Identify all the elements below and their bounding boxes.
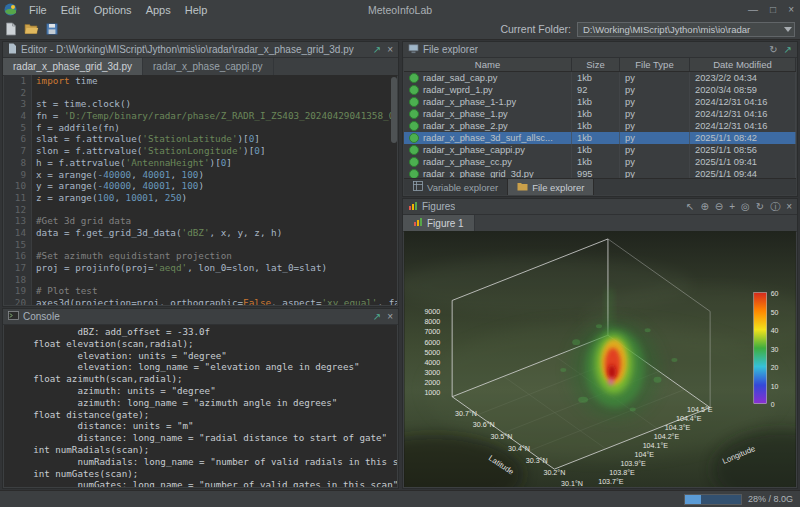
- code-line[interactable]: 16#Set azimuth equidistant projection: [4, 250, 397, 262]
- figures-title: Figures: [422, 201, 455, 212]
- table-row[interactable]: radar_x_phase_2.py1kbpy2024/12/31 04:16: [404, 120, 796, 132]
- code-line[interactable]: 15: [4, 239, 397, 251]
- editor-tab[interactable]: radar_x_phase_cappi.py: [143, 58, 274, 75]
- code-line[interactable]: 17proj = projinfo(proj='aeqd', lon_0=slo…: [4, 262, 397, 274]
- table-row[interactable]: radar_x_phase_3d_surf_allsc...1kbpy2025/…: [404, 132, 796, 144]
- code-line[interactable]: 5f = addfile(fn): [4, 122, 397, 134]
- chevron-down-icon[interactable]: [784, 27, 792, 32]
- code-line[interactable]: 1import time: [4, 75, 397, 87]
- svg-text:104°E: 104°E: [635, 451, 655, 459]
- file-date: 2025/1/1 08:42: [690, 132, 796, 144]
- file-explorer-title: File explorer: [423, 44, 478, 55]
- file-type: py: [620, 132, 690, 144]
- code-line[interactable]: 2: [4, 87, 397, 99]
- file-type: py: [620, 144, 690, 156]
- svg-text:10: 10: [771, 383, 779, 390]
- file-date: 2025/1/1 09:41: [690, 156, 796, 168]
- svg-text:104.4°E: 104.4°E: [676, 415, 702, 423]
- code-line[interactable]: 9x = arange(-40000, 40001, 100): [4, 169, 397, 181]
- code-area[interactable]: 1import time23st = time.clock()4fn = 'D:…: [4, 75, 397, 305]
- code-line[interactable]: 19# Plot test: [4, 285, 397, 297]
- console-line: distance: long_name = "radial distance t…: [11, 432, 397, 444]
- editor-tab[interactable]: radar_x_phase_grid_3d.py: [3, 58, 143, 75]
- code-line[interactable]: 20axes3d(projection=proj, orthographic=F…: [4, 297, 397, 305]
- table-row[interactable]: radar_x_phase_grid_3d.py995py2025/1/1 09…: [404, 168, 796, 178]
- figures-header: Figures ↖⊕⊖+◎↻ⓘ×: [403, 199, 797, 215]
- current-folder-combobox[interactable]: D:\Working\MIScript\Jython\mis\io\radar: [577, 22, 795, 37]
- code-line[interactable]: 3st = time.clock(): [4, 98, 397, 110]
- file-size: 1kb: [572, 120, 620, 132]
- tab-variable-explorer[interactable]: Variable explorer: [404, 179, 508, 195]
- code-line[interactable]: 4fn = 'D:/Temp/binary/radar/phase/Z_RADR…: [4, 110, 397, 122]
- minimize-icon[interactable]: —: [748, 5, 758, 15]
- figure-tab[interactable]: Figure 1: [403, 215, 475, 231]
- py-file-icon: [409, 97, 419, 107]
- full-extent-icon[interactable]: ◎: [741, 202, 750, 212]
- menu-file[interactable]: File: [22, 4, 54, 16]
- code-line[interactable]: 14data = f.get_grid_3d_data('dBZ', x, y,…: [4, 227, 397, 239]
- file-date: 2024/12/31 04:16: [690, 120, 796, 132]
- file-size: 995: [572, 168, 620, 178]
- file-date: 2023/2/2 04:34: [690, 72, 796, 84]
- table-row[interactable]: radar_wprd_1.py92py2020/3/4 08:59: [404, 84, 796, 96]
- menu-help[interactable]: Help: [178, 4, 215, 16]
- radar-3d-plot[interactable]: 6050403020100 90008000700060005000400030…: [404, 231, 796, 487]
- file-table-header[interactable]: NameSizeFile TypeDate Modified: [404, 58, 796, 72]
- memory-indicator[interactable]: [684, 494, 742, 505]
- table-row[interactable]: radar_x_phase_cappi.py1kbpy2025/1/1 08:5…: [404, 144, 796, 156]
- float-icon[interactable]: ↗: [373, 45, 381, 55]
- file-explorer-panel: File explorer ↻↗ NameSizeFile TypeDate M…: [402, 41, 798, 197]
- code-line[interactable]: 6slat = f.attrvalue('StationLatitude')[0…: [4, 133, 397, 145]
- pan-icon[interactable]: +: [729, 202, 735, 212]
- column-header-file-type[interactable]: File Type: [620, 58, 690, 71]
- pointer-icon[interactable]: ↖: [686, 202, 694, 212]
- figure-canvas[interactable]: 6050403020100 90008000700060005000400030…: [404, 231, 796, 487]
- zoom-out-icon[interactable]: ⊖: [715, 202, 723, 212]
- close-icon[interactable]: ×: [786, 202, 792, 212]
- chart-icon: [413, 218, 423, 229]
- close-icon[interactable]: ×: [387, 312, 393, 322]
- menu-options[interactable]: Options: [87, 4, 139, 16]
- menu-edit[interactable]: Edit: [54, 4, 87, 16]
- file-name: radar_x_phase_1.py: [423, 109, 508, 119]
- file-date: 2024/12/31 04:16: [690, 96, 796, 108]
- float-icon[interactable]: ↗: [784, 45, 792, 55]
- zoom-in-icon[interactable]: ⊕: [700, 202, 708, 212]
- py-file-icon: [409, 109, 419, 119]
- close-icon[interactable]: ×: [387, 45, 393, 55]
- svg-text:3000: 3000: [424, 369, 440, 377]
- rotate-icon[interactable]: ↻: [756, 202, 764, 212]
- table-row[interactable]: radar_x_phase_cc.py1kbpy2025/1/1 09:41: [404, 156, 796, 168]
- close-icon[interactable]: ×: [788, 5, 794, 15]
- tab-file-explorer[interactable]: File explorer: [508, 179, 594, 195]
- code-line[interactable]: 8h = f.attrvalue('AntennaHeight')[0]: [4, 157, 397, 169]
- file-size: 1kb: [572, 108, 620, 120]
- app-title: MeteoInfoLab: [368, 4, 432, 16]
- table-row[interactable]: radar_x_phase_1-1.py1kbpy2024/12/31 04:1…: [404, 96, 796, 108]
- column-header-date-modified[interactable]: Date Modified: [690, 58, 796, 71]
- table-row[interactable]: radar_x_phase_1.py1kbpy2024/12/31 04:16: [404, 108, 796, 120]
- console-line: distance: units = "m": [11, 420, 397, 432]
- file-size: 1kb: [572, 144, 620, 156]
- code-line[interactable]: 12: [4, 204, 397, 216]
- svg-text:30.3°N: 30.3°N: [526, 457, 548, 465]
- refresh-icon[interactable]: ↻: [769, 45, 777, 55]
- float-icon[interactable]: ↗: [373, 312, 381, 322]
- code-line[interactable]: 11z = arange(100, 10001, 250): [4, 192, 397, 204]
- new-file-icon[interactable]: [5, 22, 17, 36]
- code-line[interactable]: 13#Get 3d grid data: [4, 215, 397, 227]
- svg-text:9000: 9000: [424, 308, 440, 316]
- info-icon[interactable]: ⓘ: [770, 202, 780, 212]
- code-line[interactable]: 7slon = f.attrvalue('StationLongitude')[…: [4, 145, 397, 157]
- code-line[interactable]: 18: [4, 274, 397, 286]
- maximize-icon[interactable]: □: [770, 5, 776, 15]
- console-output[interactable]: dBZ: add_offset = -33.0f float elevation…: [4, 325, 397, 487]
- save-file-icon[interactable]: [46, 23, 58, 35]
- menu-apps[interactable]: Apps: [139, 4, 178, 16]
- editor-scrollbar[interactable]: [391, 75, 397, 305]
- code-line[interactable]: 10y = arange(-40000, 40001, 100): [4, 180, 397, 192]
- table-row[interactable]: radar_sad_cap.py1kbpy2023/2/2 04:34: [404, 72, 796, 84]
- open-file-icon[interactable]: [24, 23, 39, 35]
- column-header-name[interactable]: Name: [404, 58, 572, 71]
- column-header-size[interactable]: Size: [572, 58, 620, 71]
